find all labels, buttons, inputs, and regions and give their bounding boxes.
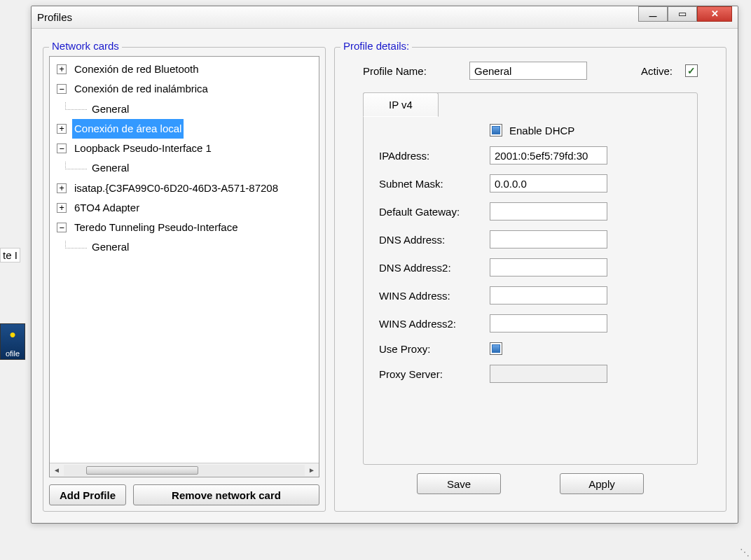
close-button[interactable] bbox=[697, 6, 732, 22]
scroll-right-arrow-icon[interactable]: ► bbox=[305, 463, 319, 477]
ip-address-input[interactable] bbox=[490, 146, 607, 164]
enable-dhcp-checkbox[interactable] bbox=[490, 124, 502, 136]
collapse-icon[interactable]: − bbox=[57, 84, 67, 94]
active-checkbox[interactable] bbox=[685, 64, 698, 77]
tree-node-label: Loopback Pseudo-Interface 1 bbox=[72, 139, 214, 158]
wins-address2-input[interactable] bbox=[490, 314, 607, 332]
network-cards-tree[interactable]: +Conexión de red Bluetooth−Conexión de r… bbox=[49, 56, 319, 477]
scroll-left-arrow-icon[interactable]: ◄ bbox=[50, 463, 64, 477]
tree-child-node[interactable]: General bbox=[50, 237, 319, 257]
wins-address2-label: WINS Address2: bbox=[379, 318, 490, 330]
dns-address2-label: DNS Address2: bbox=[379, 262, 490, 274]
dns-address-input[interactable] bbox=[490, 230, 607, 248]
tree-node[interactable]: +6TO4 Adapter bbox=[50, 198, 319, 218]
resize-grip-icon[interactable] bbox=[738, 547, 750, 559]
profile-details-panel: Profile details: Profile Name: Active: I… bbox=[334, 47, 726, 512]
use-proxy-checkbox[interactable] bbox=[490, 342, 502, 355]
maximize-button[interactable] bbox=[668, 6, 697, 22]
horizontal-scrollbar[interactable]: ◄ ► bbox=[50, 463, 319, 477]
tree-node[interactable]: +Conexión de red Bluetooth bbox=[50, 59, 319, 79]
titlebar[interactable]: Profiles bbox=[32, 6, 738, 29]
default-gateway-input[interactable] bbox=[490, 202, 607, 220]
scrollbar-thumb[interactable] bbox=[86, 466, 198, 475]
ipv4-tab[interactable]: IP v4 bbox=[363, 92, 439, 117]
tree-node[interactable]: +Conexión de área local bbox=[50, 119, 319, 139]
expand-icon[interactable]: + bbox=[57, 64, 67, 74]
background-text-fragment: te I bbox=[0, 248, 20, 262]
tree-child-node[interactable]: General bbox=[50, 99, 319, 119]
tree-node[interactable]: −Teredo Tunneling Pseudo-Interface bbox=[50, 218, 319, 237]
enable-dhcp-label: Enable DHCP bbox=[509, 125, 574, 136]
tree-node-label: 6TO4 Adapter bbox=[72, 198, 142, 218]
minimize-button[interactable] bbox=[638, 6, 668, 22]
subnet-mask-label: Subnet Mask: bbox=[379, 178, 490, 190]
expand-icon[interactable]: + bbox=[57, 183, 67, 193]
tree-node[interactable]: −Conexión de red inalámbrica bbox=[50, 79, 319, 99]
window-title: Profiles bbox=[37, 11, 72, 23]
tree-node-label: Conexión de área local bbox=[72, 119, 184, 139]
ipv4-tab-container: IP v4 Enable DHCP IPAddress: Subnet Mask… bbox=[363, 92, 698, 465]
tree-node-label: General bbox=[90, 237, 131, 257]
tree-node[interactable]: −Loopback Pseudo-Interface 1 bbox=[50, 139, 319, 158]
save-button[interactable]: Save bbox=[417, 473, 501, 494]
background-icon-label: ofile bbox=[6, 349, 20, 358]
wins-address-input[interactable] bbox=[490, 286, 607, 304]
expand-icon[interactable]: + bbox=[57, 124, 67, 134]
collapse-icon[interactable]: − bbox=[57, 223, 67, 232]
network-cards-legend: Network cards bbox=[49, 40, 122, 52]
proxy-server-input bbox=[490, 365, 607, 383]
proxy-server-label: Proxy Server: bbox=[379, 368, 490, 380]
ip-address-label: IPAddress: bbox=[379, 150, 490, 162]
use-proxy-label: Use Proxy: bbox=[379, 343, 490, 355]
expand-icon[interactable]: + bbox=[57, 203, 67, 213]
tree-node-label: General bbox=[90, 158, 131, 178]
background-profile-icon: ofile bbox=[0, 323, 25, 360]
profile-name-label: Profile Name: bbox=[363, 65, 461, 77]
dns-address2-input[interactable] bbox=[490, 258, 607, 276]
tree-node-label: Conexión de red Bluetooth bbox=[72, 59, 201, 79]
remove-network-card-button[interactable]: Remove network card bbox=[133, 484, 319, 505]
subnet-mask-input[interactable] bbox=[490, 174, 607, 192]
tree-node[interactable]: +isatap.{C3FA99C0-6D20-46D3-A571-87208 bbox=[50, 178, 319, 198]
dns-address-label: DNS Address: bbox=[379, 234, 490, 246]
tree-node-label: isatap.{C3FA99C0-6D20-46D3-A571-87208 bbox=[72, 178, 280, 198]
wins-address-label: WINS Address: bbox=[379, 290, 490, 302]
collapse-icon[interactable]: − bbox=[57, 144, 67, 153]
active-label: Active: bbox=[641, 65, 673, 77]
profile-name-input[interactable] bbox=[469, 62, 587, 80]
tree-child-node[interactable]: General bbox=[50, 158, 319, 178]
apply-button[interactable]: Apply bbox=[560, 473, 644, 494]
profiles-window: Profiles Network cards +Conexión de red … bbox=[31, 6, 738, 524]
tree-node-label: Teredo Tunneling Pseudo-Interface bbox=[72, 218, 240, 237]
tree-node-label: General bbox=[90, 99, 131, 119]
default-gateway-label: Default Gateway: bbox=[379, 206, 490, 218]
network-cards-panel: Network cards +Conexión de red Bluetooth… bbox=[43, 47, 326, 512]
add-profile-button[interactable]: Add Profile bbox=[49, 484, 126, 505]
profile-details-legend: Profile details: bbox=[340, 40, 412, 52]
tree-node-label: Conexión de red inalámbrica bbox=[72, 79, 210, 99]
